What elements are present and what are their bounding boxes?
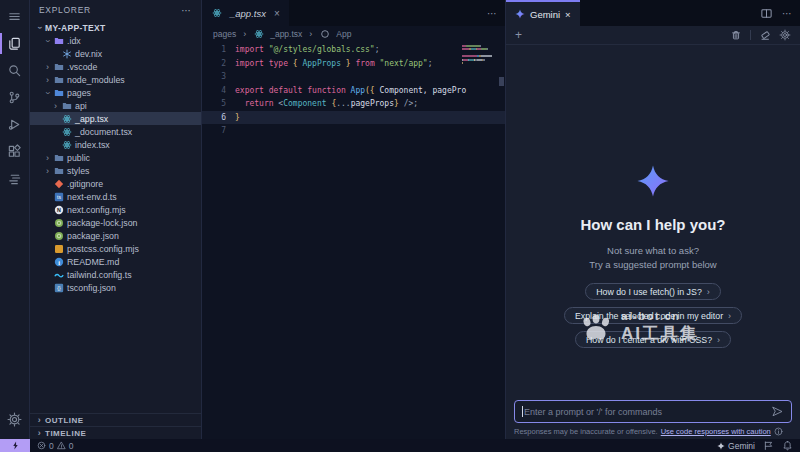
code-editor[interactable]: 1import "@/styles/globals.css";2import t…	[202, 41, 505, 439]
prompt-area: Responses may be inaccurate or offensive…	[506, 400, 800, 439]
code-line-3[interactable]: 3	[202, 70, 505, 84]
gemini-star-icon	[636, 164, 670, 198]
code-line-2[interactable]: 2import type { AppProps } from "next/app…	[202, 57, 505, 71]
tree-item-postcss-config-mjs[interactable]: postcss.config.mjs	[30, 242, 201, 255]
svg-text:N: N	[57, 207, 61, 213]
suggested-prompt-explain[interactable]: Explain the selected code in my editor›	[564, 307, 742, 324]
tree-item-dev-nix[interactable]: dev.nix	[30, 47, 201, 60]
gemini-tab-bar: Gemini × ⋯	[506, 0, 800, 26]
suggested-prompt-fetch[interactable]: How do I use fetch() in JS?›	[585, 283, 721, 300]
lightning-icon	[11, 441, 20, 450]
tree-item--document-tsx[interactable]: _document.tsx	[30, 125, 201, 138]
welcome-heading: How can I help you?	[580, 216, 725, 233]
tab-app-tsx[interactable]: _app.tsx ×	[202, 0, 289, 26]
code-text: import type { AppProps } from "next/app"…	[235, 59, 433, 68]
minimap[interactable]	[462, 45, 496, 69]
extensions-icon[interactable]	[0, 138, 30, 165]
tab-close-icon[interactable]: ×	[565, 9, 571, 20]
code-line-6[interactable]: 6}	[202, 111, 505, 125]
prompt-input[interactable]	[524, 407, 771, 417]
explorer-more-icon[interactable]: ⋯	[181, 5, 192, 16]
send-icon[interactable]	[771, 405, 784, 418]
new-chat-icon[interactable]: +	[515, 29, 522, 41]
code-line-5[interactable]: 5 return <Component {...pageProps} />;	[202, 97, 505, 111]
breadcrumb[interactable]: pages › _app.tsx › App	[202, 26, 505, 41]
code-line-4[interactable]: 4export default function App({ Component…	[202, 84, 505, 98]
feedback-icon[interactable]	[763, 440, 774, 451]
editor-more-icon[interactable]: ⋯	[487, 8, 497, 19]
tree-item-node-modules[interactable]: ›node_modules	[30, 73, 201, 86]
problems-status[interactable]: 0 0	[37, 441, 73, 451]
welcome-subtext-2: Try a suggested prompt below	[589, 258, 716, 272]
chevron-right-icon: ›	[707, 287, 710, 297]
tree-item-label: index.tsx	[75, 140, 110, 150]
symbol-class-icon	[319, 28, 330, 39]
folder-idx-icon	[53, 35, 64, 46]
tree-item--app-tsx[interactable]: _app.tsx	[30, 112, 201, 125]
tree-item-styles[interactable]: ›styles	[30, 164, 201, 177]
tree-item-label: next-env.d.ts	[67, 192, 117, 202]
npm-icon	[53, 230, 64, 241]
tree-item-next-env-d-ts[interactable]: tsnext-env.d.ts	[30, 190, 201, 203]
tree-item--gitignore[interactable]: .gitignore	[30, 177, 201, 190]
bell-icon[interactable]	[782, 440, 793, 451]
remote-indicator[interactable]	[0, 439, 30, 452]
tree-item-label: .idx	[67, 36, 81, 46]
tree-item-label: pages	[67, 88, 91, 98]
status-bar: 0 0 Gemini	[0, 439, 800, 452]
tree-item-label: tsconfig.json	[67, 283, 116, 293]
tree-item-label: styles	[67, 166, 90, 176]
tree-item-package-json[interactable]: package.json	[30, 229, 201, 242]
run-debug-icon[interactable]	[0, 111, 30, 138]
tree-item--idx[interactable]: ›.idx	[30, 34, 201, 47]
prompt-input-box[interactable]	[514, 400, 792, 423]
line-number: 4	[202, 86, 226, 95]
settings-gear-icon[interactable]	[0, 406, 30, 433]
eraser-icon[interactable]	[759, 29, 771, 41]
panel-more-icon[interactable]: ⋯	[782, 8, 792, 19]
chevron-right-icon: ›	[42, 153, 53, 163]
divider	[750, 30, 751, 40]
settings-gear-icon[interactable]	[779, 29, 791, 41]
react-icon	[61, 139, 72, 150]
svg-text:i: i	[58, 258, 60, 265]
line-number: 2	[202, 59, 226, 68]
disclaimer-link[interactable]: Use code responses with caution	[661, 427, 771, 436]
explorer-icon[interactable]	[0, 30, 30, 57]
timeline-section[interactable]: ›TIMELINE	[30, 426, 201, 439]
tab-close-icon[interactable]: ×	[274, 8, 280, 19]
tree-item-public[interactable]: ›public	[30, 151, 201, 164]
tree-item-next-config-mjs[interactable]: Nnext.config.mjs	[30, 203, 201, 216]
code-line-7[interactable]: 7	[202, 124, 505, 138]
trash-icon[interactable]	[730, 29, 742, 41]
tree-item-api[interactable]: ›api	[30, 99, 201, 112]
file-tree: ›MY-APP-TEXT›.idxdev.nix›.vscode›node_mo…	[30, 20, 201, 413]
layers-icon[interactable]	[0, 165, 30, 192]
code-line-1[interactable]: 1import "@/styles/globals.css";	[202, 43, 505, 57]
suggested-prompt-center-div[interactable]: How do I center a div with CSS?›	[575, 331, 731, 348]
npm-icon	[53, 217, 64, 228]
react-icon	[61, 126, 72, 137]
chevron-right-icon: ›	[728, 311, 731, 321]
tree-item-pages[interactable]: ›pages	[30, 86, 201, 99]
search-icon[interactable]	[0, 57, 30, 84]
tree-item-index-tsx[interactable]: index.tsx	[30, 138, 201, 151]
tree-item-my-app-text[interactable]: ›MY-APP-TEXT	[30, 21, 201, 34]
tree-item--vscode[interactable]: ›.vscode	[30, 60, 201, 73]
tsjson-icon: {}	[53, 282, 64, 293]
warning-count: 0	[69, 441, 74, 451]
tree-item-readme-md[interactable]: iREADME.md	[30, 255, 201, 268]
line-number: 1	[202, 45, 226, 54]
source-control-icon[interactable]	[0, 84, 30, 111]
gemini-status[interactable]: Gemini	[717, 441, 755, 451]
info-icon[interactable]	[774, 427, 783, 436]
tab-gemini[interactable]: Gemini ×	[506, 0, 580, 26]
tree-item-package-lock-json[interactable]: package-lock.json	[30, 216, 201, 229]
menu-icon[interactable]	[0, 3, 30, 30]
editor-scrollbar[interactable]	[499, 77, 504, 86]
split-editor-icon[interactable]	[760, 7, 773, 20]
outline-section[interactable]: ›OUTLINE	[30, 413, 201, 426]
tree-item-tsconfig-json[interactable]: {}tsconfig.json	[30, 281, 201, 294]
tree-item-tailwind-config-ts[interactable]: tailwind.config.ts	[30, 268, 201, 281]
editor-tab-bar: _app.tsx × ⋯	[202, 0, 505, 26]
